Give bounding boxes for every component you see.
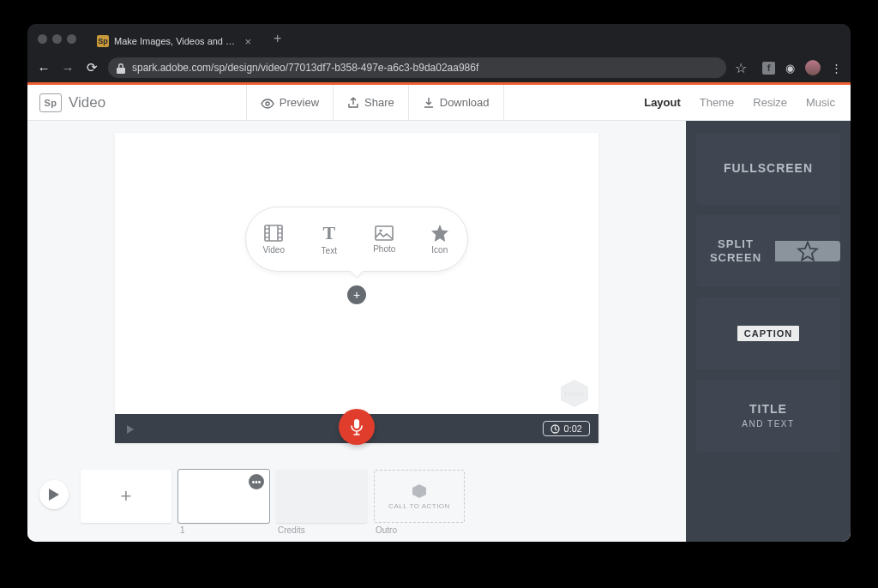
preview-button[interactable]: Preview — [246, 85, 333, 120]
logo-placeholder[interactable]: LOGO — [559, 380, 590, 407]
star-icon — [430, 225, 449, 242]
insert-text-label: Text — [322, 246, 337, 255]
minimize-window[interactable] — [52, 34, 62, 44]
tab-close-icon[interactable]: × — [244, 36, 251, 47]
insert-photo[interactable]: Photo — [363, 225, 406, 254]
slide-outro[interactable]: CALL TO ACTION — [374, 470, 465, 523]
nav-layout[interactable]: Layout — [644, 96, 681, 109]
add-slide-button[interactable]: + — [81, 470, 171, 523]
brand-name: Video — [69, 94, 105, 111]
browser-window: Sp Make Images, Videos and Web… × + ← → … — [27, 24, 851, 542]
insert-video[interactable]: Video — [252, 225, 295, 255]
layout-caption[interactable]: CAPTION — [696, 297, 840, 369]
profile-avatar[interactable] — [805, 60, 821, 75]
stage-column: Video T Text Photo — [27, 121, 686, 542]
share-button[interactable]: Share — [333, 85, 408, 120]
photo-icon — [375, 225, 394, 241]
duration-value: 0:02 — [564, 423, 582, 434]
header-nav: Layout Theme Resize Music — [644, 85, 851, 120]
nav-theme[interactable]: Theme — [700, 96, 734, 109]
window-controls — [38, 34, 76, 44]
play-button[interactable] — [39, 480, 69, 509]
split-preview — [775, 241, 840, 261]
insert-icon-label: Icon — [431, 245, 448, 255]
app-viewport: Sp Video Preview Share — [27, 82, 851, 542]
maximize-window[interactable] — [67, 34, 76, 44]
lock-icon — [117, 62, 125, 73]
insert-video-label: Video — [263, 245, 285, 255]
extension-facebook-icon[interactable]: f — [762, 62, 775, 75]
insert-icon[interactable]: Icon — [418, 225, 461, 255]
playback-bar: 0:02 — [115, 414, 598, 443]
svg-rect-13 — [354, 419, 359, 429]
new-tab-button[interactable]: + — [267, 27, 288, 50]
slide-credits[interactable] — [276, 470, 367, 523]
cta-label: CALL TO ACTION — [388, 502, 450, 510]
url-bar[interactable]: spark.adobe.com/sp/design/video/77013df7… — [108, 57, 726, 78]
duration-pill[interactable]: 0:02 — [543, 421, 590, 437]
record-button[interactable] — [339, 409, 375, 445]
microphone-icon — [350, 418, 364, 435]
close-window[interactable] — [38, 34, 47, 44]
layout-panel: FULLSCREEN SPLIT SCREEN — [686, 121, 851, 542]
chrome-menu-icon[interactable]: ⋮ — [831, 62, 842, 75]
forward-button[interactable]: → — [60, 61, 75, 75]
stage-wrap: Video T Text Photo — [27, 121, 686, 459]
slide-outro-label: Outro — [374, 525, 465, 535]
reload-button[interactable]: ⟳ — [84, 60, 99, 75]
nav-resize[interactable]: Resize — [753, 96, 787, 109]
slide-menu-icon[interactable]: ••• — [249, 474, 264, 489]
tab-title: Make Images, Videos and Web… — [114, 36, 239, 46]
layout-split-label-b: SCREEN — [710, 251, 761, 264]
video-icon — [264, 225, 283, 242]
insert-popover: Video T Text Photo — [245, 207, 468, 272]
eye-icon — [261, 96, 274, 109]
app-header: Sp Video Preview Share — [27, 85, 851, 121]
clock-icon — [550, 423, 560, 435]
hexagon-icon — [412, 483, 427, 499]
layout-title-sub: AND TEXT — [742, 419, 794, 430]
insert-text[interactable]: T Text — [308, 224, 351, 255]
share-label: Share — [364, 96, 394, 109]
brand-logo: Sp — [39, 93, 62, 112]
download-label: Download — [440, 96, 490, 109]
header-actions: Preview Share Download — [246, 85, 504, 120]
text-icon: T — [322, 224, 335, 243]
extension-dot-icon[interactable]: ◉ — [785, 62, 795, 75]
layout-fullscreen[interactable]: FULLSCREEN — [696, 133, 840, 205]
tab-strip: Sp Make Images, Videos and Web… × + — [27, 24, 851, 53]
bookmark-star-icon[interactable]: ☆ — [735, 60, 747, 76]
back-button[interactable]: ← — [36, 61, 51, 75]
slide-1-label: 1 — [178, 525, 269, 535]
insert-photo-label: Photo — [373, 244, 395, 254]
svg-point-0 — [266, 102, 269, 105]
address-bar: ← → ⟳ spark.adobe.com/sp/design/video/77… — [27, 53, 851, 82]
browser-tab[interactable]: Sp Make Images, Videos and Web… × — [88, 29, 260, 53]
add-content-button[interactable]: + — [347, 285, 366, 304]
layout-title-text[interactable]: TITLE AND TEXT — [696, 380, 840, 452]
preview-label: Preview — [280, 96, 319, 109]
slide-1[interactable]: ••• — [178, 470, 269, 523]
layout-split-label-a: SPLIT — [718, 237, 754, 250]
share-icon — [347, 96, 359, 110]
svg-rect-10 — [376, 226, 393, 240]
timeline: + ••• CALL TO ACTION — [27, 459, 686, 542]
download-icon — [423, 96, 435, 110]
layout-title-label: TITLE — [749, 402, 787, 416]
layout-fullscreen-label: FULLSCREEN — [724, 161, 813, 177]
download-button[interactable]: Download — [408, 85, 504, 120]
popover-tail — [351, 271, 363, 277]
extension-icons: f ◉ ⋮ — [762, 60, 842, 75]
layout-split-screen[interactable]: SPLIT SCREEN — [696, 215, 840, 287]
svg-point-11 — [380, 229, 382, 231]
slide-credits-label: Credits — [276, 525, 367, 535]
canvas[interactable]: Video T Text Photo — [115, 133, 598, 443]
favicon: Sp — [97, 35, 109, 47]
star-outline-icon — [797, 241, 819, 261]
nav-music[interactable]: Music — [806, 96, 835, 109]
url-text: spark.adobe.com/sp/design/video/77013df7… — [132, 62, 478, 74]
svg-marker-15 — [412, 484, 426, 498]
main: Video T Text Photo — [27, 121, 851, 542]
play-small-icon[interactable] — [125, 422, 135, 435]
brand[interactable]: Sp Video — [39, 93, 105, 112]
